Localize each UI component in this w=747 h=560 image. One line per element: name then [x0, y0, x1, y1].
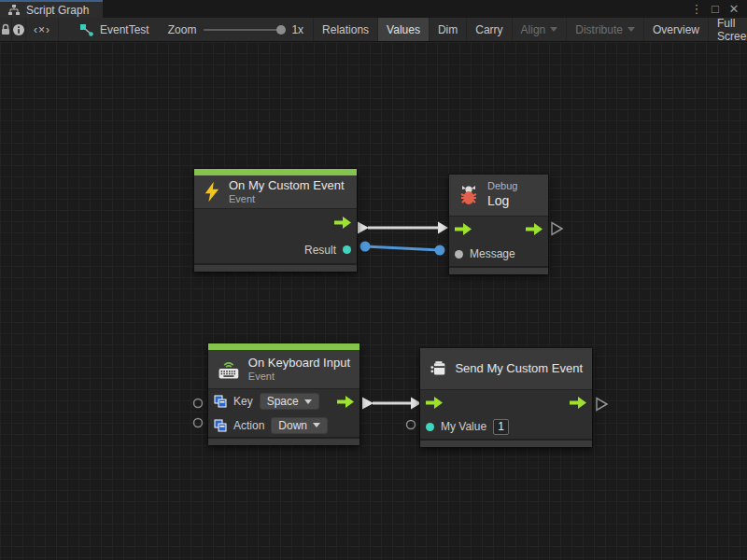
control-input-arrow-icon[interactable] [426, 397, 443, 409]
node-on-my-custom-event[interactable]: On My Custom Event Event Result [194, 169, 357, 272]
zoom-control: Zoom 1x [159, 18, 313, 41]
node-header[interactable]: On Keyboard Input Event [208, 350, 359, 388]
graph-asset-icon [79, 23, 94, 36]
node-subtitle: Event [229, 193, 345, 206]
lock-button[interactable] [0, 18, 12, 41]
control-output-arrow-icon[interactable] [337, 396, 354, 408]
node-category: Debug [487, 180, 517, 193]
action-dropdown[interactable]: Down [271, 417, 328, 434]
result-port-label: Result [304, 244, 336, 257]
unconnected-flow-triangle[interactable] [597, 399, 607, 411]
graph-reference[interactable]: EventTest [70, 18, 159, 41]
tab-script-graph[interactable]: Script Graph [0, 0, 103, 18]
node-debug-log[interactable]: Debug Log Message [449, 175, 548, 274]
window-controls: ⋮ □ ✕ [689, 0, 747, 18]
tab-title: Script Graph [26, 4, 89, 17]
key-dropdown[interactable]: Space [260, 393, 319, 410]
control-output-arrow-icon[interactable] [334, 217, 351, 229]
node-header[interactable]: Send My Custom Event [420, 348, 592, 389]
edit-source-button[interactable]: ‹×› [26, 18, 59, 41]
control-wire-keyboard-to-send[interactable] [362, 398, 421, 410]
graph-hierarchy-icon [7, 5, 21, 16]
node-title: On My Custom Event [229, 178, 345, 193]
close-icon[interactable]: ✕ [726, 2, 741, 16]
info-icon [12, 23, 25, 36]
key-port-label: Key [233, 395, 253, 408]
result-port-icon[interactable] [343, 245, 351, 254]
node-footer [194, 263, 357, 272]
zoom-value: 1x [291, 23, 303, 36]
relations-button[interactable]: Relations [313, 18, 377, 41]
my-value-port-icon[interactable] [426, 423, 434, 431]
graph-canvas[interactable]: On My Custom Event Event Result [0, 42, 747, 560]
message-port-label: Message [470, 247, 515, 260]
lock-icon [0, 23, 11, 35]
unconnected-port-circle[interactable] [194, 399, 203, 408]
unconnected-flow-triangle[interactable] [552, 223, 562, 235]
graph-toolbar: ‹×› EventTest Zoom 1x Relations Values D… [0, 18, 747, 42]
node-subtitle: Event [248, 371, 350, 384]
zoom-label: Zoom [168, 23, 197, 36]
node-footer [449, 266, 548, 274]
bug-icon [458, 184, 479, 206]
lightning-bolt-icon [204, 181, 220, 203]
full-screen-button[interactable]: Full Screen [708, 18, 747, 41]
control-input-arrow-icon[interactable] [455, 223, 472, 235]
enum-type-icon [214, 419, 227, 432]
node-header[interactable]: On My Custom Event Event [194, 175, 357, 208]
action-dropdown-value: Down [278, 419, 307, 432]
zoom-slider[interactable] [204, 29, 284, 31]
info-button[interactable] [12, 18, 26, 41]
graph-name-label: EventTest [100, 23, 149, 36]
dim-button[interactable]: Dim [429, 18, 466, 41]
distribute-button[interactable]: Distribute [566, 18, 643, 41]
toolbar-toggles: Relations Values Dim Carry Align Distrib… [313, 18, 747, 41]
key-dropdown-value: Space [267, 395, 299, 408]
node-send-my-custom-event[interactable]: Send My Custom Event My Value [420, 348, 592, 447]
dropdown-caret-icon [304, 399, 312, 404]
unconnected-port-circle[interactable] [407, 421, 416, 429]
distribute-label: Distribute [575, 23, 623, 36]
control-wire-custom-event-to-log[interactable] [358, 222, 448, 234]
tab-bar: Script Graph ⋮ □ ✕ [0, 0, 747, 18]
script-graph-window: Script Graph ⋮ □ ✕ ‹×› [0, 0, 747, 560]
event-accent-bar [194, 169, 357, 175]
node-footer [208, 437, 359, 445]
node-title: On Keyboard Input [248, 356, 350, 371]
node-footer [420, 439, 592, 447]
control-output-arrow-icon[interactable] [526, 223, 543, 235]
node-title: Send My Custom Event [455, 361, 583, 376]
my-value-input[interactable] [493, 419, 509, 435]
event-accent-bar [208, 343, 359, 350]
carry-button[interactable]: Carry [466, 18, 511, 41]
align-button[interactable]: Align [512, 18, 567, 41]
chevron-down-icon [550, 27, 557, 32]
send-event-icon [430, 357, 446, 380]
keyboard-icon [218, 357, 240, 382]
dropdown-caret-icon [313, 423, 320, 427]
node-header[interactable]: Debug Log [449, 175, 548, 216]
action-port-label: Action [233, 419, 264, 432]
zoom-slider-handle[interactable] [276, 25, 286, 35]
wires-layer [0, 42, 747, 560]
maximize-icon[interactable]: □ [708, 2, 723, 16]
node-on-keyboard-input[interactable]: On Keyboard Input Event Key Space [208, 343, 359, 445]
code-icon: ‹×› [34, 23, 50, 36]
control-output-arrow-icon[interactable] [570, 397, 586, 409]
unconnected-port-circle[interactable] [194, 419, 203, 427]
value-wire-result-to-message[interactable] [360, 242, 445, 256]
menu-icon[interactable]: ⋮ [689, 2, 704, 16]
overview-button[interactable]: Overview [643, 18, 708, 41]
values-button[interactable]: Values [377, 18, 429, 41]
enum-type-icon [214, 395, 227, 408]
chevron-down-icon [627, 27, 635, 32]
message-port-icon[interactable] [455, 250, 463, 259]
my-value-port-label: My Value [441, 420, 486, 433]
align-label: Align [521, 23, 546, 36]
node-title: Log [487, 193, 517, 210]
